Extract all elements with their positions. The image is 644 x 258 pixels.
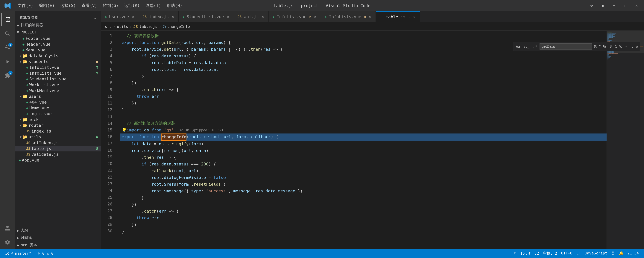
menu-goto[interactable]: 转到(G) xyxy=(103,3,118,8)
tab-label: table.js xyxy=(386,14,406,19)
extensions-icon[interactable]: 2 xyxy=(1,69,14,82)
tree-item-worklist[interactable]: ◈ WorkList.vue xyxy=(15,82,101,88)
vue-icon: ◈ xyxy=(26,106,28,110)
code-line-15: 💡import qs from 'qs' 32.3k (gzipped: 10.… xyxy=(120,127,606,133)
git-branch-status[interactable]: ⎇ ⑂ master* xyxy=(4,249,32,258)
tab-close-button[interactable]: ✕ xyxy=(131,15,135,19)
minimap: ▓▓▓▓▓▓▓▓▓▓▓▓▓▓ ▓▓▓▓▓▓ ▓▓▓▓▓▓▓▓▓▓▓▓▓▓▓▓▓ … xyxy=(606,31,644,249)
tree-item-appvue[interactable]: ◈ App.vue xyxy=(15,157,101,163)
tab-studentlist[interactable]: ◈ StudentList.vue ✕ xyxy=(178,11,234,22)
tree-item-router-index[interactable]: JS index.js xyxy=(15,128,101,134)
tree-item-studentlist[interactable]: ◈ StudentList.vue xyxy=(15,76,101,82)
tab-close-button[interactable]: ✕ xyxy=(313,15,317,19)
tree-item-validate[interactable]: JS validate.js xyxy=(15,151,101,157)
vue-tab-icon: ◈ xyxy=(272,15,274,19)
menu-terminal[interactable]: 终端(T) xyxy=(146,3,161,8)
timeline-section[interactable]: ▶ 时间线 xyxy=(15,234,101,241)
tree-item-menu[interactable]: ◈ Menu.vue xyxy=(15,47,101,53)
tab-close-button[interactable]: ✕ xyxy=(412,15,416,19)
modified-badge: M xyxy=(96,71,98,75)
tree-item-home[interactable]: ◈ Home.vue xyxy=(15,105,101,111)
tab-uservue[interactable]: ◈ User.vue ✕ xyxy=(101,11,139,22)
tree-item-infolists[interactable]: ◈ InfoLists.vue M xyxy=(15,70,101,76)
tab-infolists[interactable]: ◈ InfoLists.vue M ✕ xyxy=(321,11,376,22)
tab-close-button[interactable]: ✕ xyxy=(261,15,265,19)
vue-icon: ◈ xyxy=(26,112,28,116)
vue-icon: ◈ xyxy=(22,36,24,40)
tree-item-students[interactable]: ▼ 📂 students ● xyxy=(15,59,101,64)
run-icon[interactable] xyxy=(1,55,14,68)
outline-section[interactable]: ▶ 大纲 xyxy=(15,227,101,234)
code-line-18: root.service[method](url, data) xyxy=(120,147,606,154)
folder-name: router xyxy=(29,123,44,128)
menu-view[interactable]: 查看(V) xyxy=(82,3,97,8)
errors-warnings-status[interactable]: ⊗ 0 ⚠ 0 xyxy=(36,249,55,258)
notification-icon-status[interactable]: 🔔 xyxy=(618,251,625,256)
tab-infolist[interactable]: ◈ InfoList.vue M ✕ xyxy=(269,11,321,22)
tree-item-dataanalysis[interactable]: ▶ 📁 dataAnalysis xyxy=(15,53,101,59)
outline-label: 大纲 xyxy=(20,228,28,233)
find-close-button[interactable]: ✕ xyxy=(636,44,638,49)
menu-select[interactable]: 选择(S) xyxy=(60,3,76,8)
tree-item-infolist[interactable]: ◈ InfoList.vue M xyxy=(15,64,101,70)
cursor-position-status[interactable]: 行 16，列 32 xyxy=(513,251,540,256)
find-case-sensitive-button[interactable]: Aa xyxy=(515,44,521,49)
tree-item-footer[interactable]: ◈ Footer.vue xyxy=(15,35,101,41)
eol-label: LF xyxy=(576,251,581,256)
tab-close-button[interactable]: ✕ xyxy=(171,15,175,19)
tab-indexjs[interactable]: JS index.js ✕ xyxy=(139,11,179,22)
file-name: Footer.vue xyxy=(26,36,50,41)
spaces-status[interactable]: 空格: 2 xyxy=(542,251,559,256)
source-control-icon[interactable]: 3 xyxy=(1,41,14,54)
menu-run[interactable]: 运行(R) xyxy=(124,3,140,8)
tree-item-users[interactable]: ▶ 📁 users xyxy=(15,93,101,99)
menu-edit[interactable]: 编辑(E) xyxy=(39,3,55,8)
search-icon[interactable] xyxy=(1,27,14,40)
tab-apijs[interactable]: JS api.js ✕ xyxy=(234,11,269,22)
tree-item-login[interactable]: ◈ Login.vue xyxy=(15,111,101,117)
file-name: InfoLists.vue xyxy=(30,71,62,75)
menu-help[interactable]: 帮助(H) xyxy=(166,3,182,8)
project-section[interactable]: ▼ PROJECT xyxy=(15,29,101,35)
minimize-button[interactable]: ─ xyxy=(610,2,618,9)
chevron-right-icon: ▶ xyxy=(17,236,19,240)
tree-item-404[interactable]: ◈ 404.vue xyxy=(15,99,101,105)
menu-file[interactable]: 文件(F) xyxy=(18,3,33,8)
code-line-10: throw err xyxy=(120,93,606,100)
tab-label: User.vue xyxy=(109,14,129,19)
tab-close-button[interactable]: ✕ xyxy=(226,15,230,19)
find-regex-button[interactable]: .* xyxy=(532,44,538,49)
new-file-icon[interactable]: … xyxy=(94,15,96,20)
find-whole-word-button[interactable]: ab̲ xyxy=(522,44,531,49)
close-button[interactable]: ✕ xyxy=(633,2,640,9)
explorer-icon[interactable] xyxy=(1,13,14,26)
encoding-status[interactable]: UTF-8 xyxy=(560,251,574,256)
find-input[interactable] xyxy=(540,43,592,49)
new-badge: ● xyxy=(96,135,98,139)
tree-item-router[interactable]: ▼ 📂 router xyxy=(15,122,101,128)
tree-item-workment[interactable]: ◈ WorkMent.vue xyxy=(15,88,101,93)
tree-item-tablejs[interactable]: JS table.js U xyxy=(15,146,101,151)
layout-icon[interactable]: ▣ xyxy=(599,2,606,9)
code-content[interactable]: // 获取表格数据 export function getData(root, … xyxy=(116,31,606,249)
tab-tablejs[interactable]: JS table.js U ✕ xyxy=(376,11,420,22)
npm-section[interactable]: ▶ NPM 脚本 xyxy=(15,241,101,249)
find-prev-button[interactable]: ↑ xyxy=(624,44,628,49)
find-next-button[interactable]: ↓ xyxy=(630,44,634,49)
account-icon[interactable] xyxy=(1,222,14,235)
maximize-button[interactable]: □ xyxy=(622,2,629,9)
tab-close-button[interactable]: ✕ xyxy=(368,15,372,19)
tree-item-utils[interactable]: ▼ 📂 utils ● xyxy=(15,134,101,140)
tree-item-header[interactable]: ◈ Header.vue xyxy=(15,41,101,47)
tree-item-mock[interactable]: ▶ 📁 mock xyxy=(15,117,101,122)
settings-activity-icon[interactable] xyxy=(1,236,14,249)
tree-item-settoken[interactable]: JS setToken.js xyxy=(15,140,101,146)
language-status[interactable]: JavaScript xyxy=(583,251,608,256)
open-editors-section[interactable]: ▶ 打开的编辑器 xyxy=(15,21,101,29)
lang-select-status[interactable]: 英 xyxy=(610,251,616,256)
vue-icon: ◈ xyxy=(26,100,28,104)
settings-icon[interactable]: ⚙ xyxy=(588,2,595,9)
eol-status[interactable]: LF xyxy=(575,251,582,256)
tab-bar: ◈ User.vue ✕ JS index.js ✕ ◈ StudentList… xyxy=(101,11,644,22)
code-line-16: export function changeInfo(root, method,… xyxy=(120,133,606,141)
